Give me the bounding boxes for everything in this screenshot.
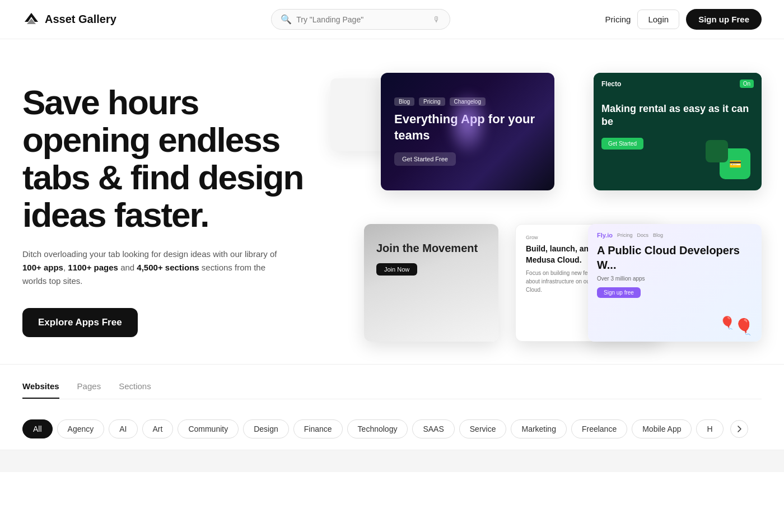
preview-card-movement: Join the Movement Join Now <box>364 224 498 342</box>
navbar: Asset Gallery 🔍 🎙 Pricing Login Sign up … <box>0 0 784 39</box>
filter-pill-technology[interactable]: Technology <box>347 419 408 438</box>
card6-title: A Public Cloud Developers W... <box>597 243 753 272</box>
hero-images: Blog Pricing Changelog Everything App fo… <box>336 73 762 342</box>
hero-left: Save hours opening endless tabs & find d… <box>22 73 314 337</box>
card4-btn: Join Now <box>376 263 417 276</box>
filter-pill-finance[interactable]: Finance <box>293 419 343 438</box>
tab-websites[interactable]: Websites <box>22 381 59 399</box>
tab-pages[interactable]: Pages <box>77 381 101 399</box>
balloon-icon-2: 🎈 <box>720 316 735 330</box>
hero-and: and <box>118 263 137 272</box>
filter-pill-ai[interactable]: AI <box>109 419 137 438</box>
nav-right: Pricing Login Sign up Free <box>605 9 762 30</box>
hero-subtext-prefix: Ditch overloading your tab looking for d… <box>22 249 277 259</box>
mic-icon: 🎙 <box>433 15 441 24</box>
filter-pill-mobile-app[interactable]: Mobile App <box>632 419 692 438</box>
login-button[interactable]: Login <box>637 10 679 29</box>
hero-subtext: Ditch overloading your tab looking for d… <box>22 248 280 288</box>
filter-pill-saas[interactable]: SAAS <box>412 419 454 438</box>
card2-headline: Making rental as easy as it can be <box>601 102 754 129</box>
preview-card-rental: Flecto On Making rental as easy as it ca… <box>594 73 762 190</box>
filter-pill-art[interactable]: Art <box>142 419 174 438</box>
hero-pages: 1100+ pages <box>68 263 118 272</box>
logo-text: Asset Gallery <box>45 13 116 26</box>
card6-logo: Fly.io <box>597 232 613 239</box>
logo-icon <box>22 11 40 29</box>
search-input[interactable] <box>296 15 428 24</box>
search-icon: 🔍 <box>281 14 292 25</box>
card2-badge: On <box>740 80 754 88</box>
hero-apps: 100+ apps <box>22 263 63 272</box>
tab-sections[interactable]: Sections <box>119 381 151 399</box>
balloon-icon: 🎈 <box>734 318 754 336</box>
hero-heading: Save hours opening endless tabs & find d… <box>22 84 314 234</box>
bottom-bar <box>0 450 784 472</box>
tabs-section: Websites Pages Sections All Agency AI Ar… <box>0 364 784 450</box>
explore-cta-button[interactable]: Explore Apps Free <box>22 308 138 337</box>
card2-logo: Flecto <box>601 80 621 88</box>
logo[interactable]: Asset Gallery <box>22 11 116 29</box>
filter-scroll-right-button[interactable] <box>730 420 748 438</box>
filter-pill-freelance[interactable]: Freelance <box>571 419 627 438</box>
filter-pill-marketing[interactable]: Marketing <box>511 419 566 438</box>
card6-btn: Sign up free <box>597 287 641 298</box>
filter-row: All Agency AI Art Community Design Finan… <box>22 410 762 450</box>
hero-section: Save hours opening endless tabs & find d… <box>0 39 784 364</box>
filter-pill-all[interactable]: All <box>22 419 53 438</box>
tabs-row: Websites Pages Sections <box>22 381 762 399</box>
pricing-link[interactable]: Pricing <box>605 15 631 24</box>
card6-sub: Over 3 million apps <box>597 276 753 282</box>
filter-pill-more[interactable]: H <box>696 419 723 438</box>
filter-pill-service[interactable]: Service <box>459 419 507 438</box>
hero-sections: 4,500+ sections <box>137 263 199 272</box>
filter-pill-agency[interactable]: Agency <box>57 419 105 438</box>
search-bar[interactable]: 🔍 🎙 <box>271 9 450 30</box>
preview-card-teams: Blog Pricing Changelog Everything App fo… <box>381 73 554 190</box>
filter-pill-design[interactable]: Design <box>243 419 289 438</box>
card4-title: Join the Movement <box>376 241 486 255</box>
signup-button[interactable]: Sign up Free <box>686 9 762 30</box>
preview-card-flyio: Fly.io Pricing Docs Blog A Public Cloud … <box>588 224 762 342</box>
filter-pill-community[interactable]: Community <box>178 419 239 438</box>
